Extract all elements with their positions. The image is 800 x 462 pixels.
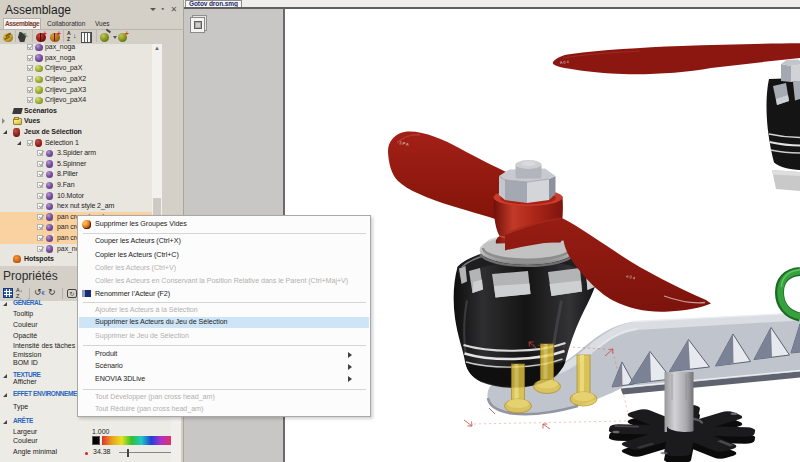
svg-text:A 0 4: A 0 4 (560, 59, 570, 65)
